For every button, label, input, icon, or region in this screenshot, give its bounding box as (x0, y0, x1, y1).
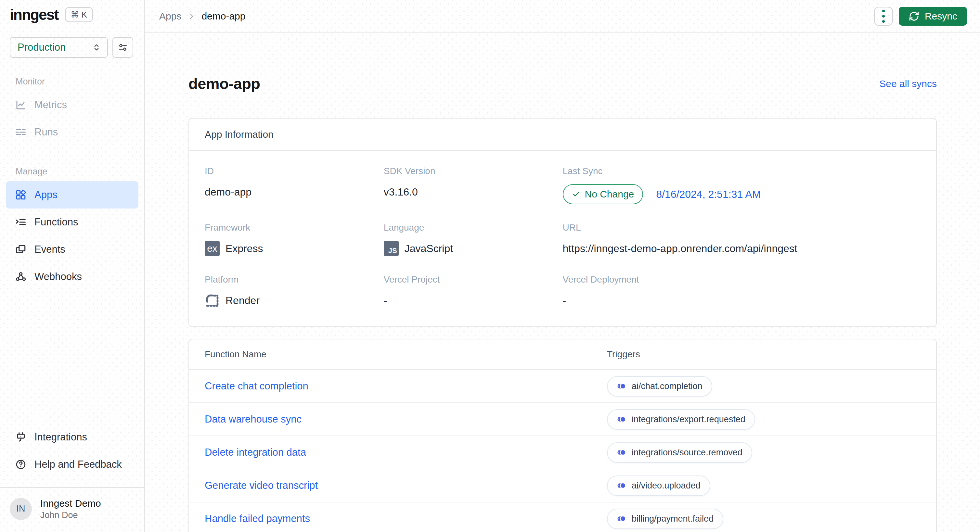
express-icon: ex (205, 241, 220, 256)
field-label: Framework (205, 222, 384, 233)
column-function-name: Function Name (205, 349, 607, 359)
field-value: v3.16.0 (384, 184, 563, 200)
resync-label: Resync (925, 11, 957, 22)
sidebar-item-label: Runs (35, 126, 58, 138)
trigger-badge[interactable]: integrations/export.requested (607, 409, 755, 430)
sidebar-item-functions[interactable]: Functions (6, 208, 138, 236)
sliders-icon (118, 42, 128, 52)
field-label: ID (205, 166, 384, 176)
table-row: Create chat completion ai/chat.completio… (189, 369, 936, 402)
sidebar-section-manage: Manage (16, 167, 144, 177)
field-value: Render (226, 295, 259, 306)
sidebar-spacer (0, 291, 144, 424)
sidebar-footer: Integrations Help and Feedback (0, 424, 144, 487)
logo-row: inngest ⌘ K (0, 0, 144, 22)
page-head: demo-app See all syncs (188, 75, 937, 92)
sidebar-item-metrics[interactable]: Metrics (6, 91, 138, 119)
field-platform: Platform Render (205, 275, 384, 308)
field-url: URL https://inngest-demo-app.onrender.co… (563, 222, 921, 256)
app-information-card: App Information ID demo-app SDK Version … (188, 118, 937, 327)
last-sync-timestamp-link[interactable]: 8/16/2024, 2:51:31 AM (656, 188, 760, 200)
command-k-shortcut[interactable]: ⌘ K (65, 7, 93, 22)
trigger-label: ai/chat.completion (632, 381, 703, 391)
user-name: Inngest Demo (40, 497, 101, 510)
environment-selector[interactable]: Production (10, 37, 108, 58)
sidebar-item-label: Integrations (35, 431, 87, 443)
help-icon (15, 459, 27, 470)
sidebar-item-help[interactable]: Help and Feedback (6, 451, 138, 478)
function-link[interactable]: Data warehouse sync (205, 413, 607, 425)
trigger-badge[interactable]: integrations/source.removed (607, 442, 752, 463)
field-label: Platform (205, 275, 384, 285)
see-all-syncs-link[interactable]: See all syncs (879, 78, 937, 89)
environment-row: Production (0, 22, 144, 58)
sidebar-item-label: Apps (35, 189, 57, 201)
event-trigger-icon (617, 381, 627, 391)
field-label: SDK Version (384, 166, 563, 176)
card-title: App Information (189, 119, 936, 151)
inngest-logo[interactable]: inngest (10, 7, 59, 22)
plug-icon (15, 431, 27, 443)
sidebar-item-webhooks[interactable]: Webhooks (6, 263, 138, 291)
field-value: - (384, 293, 563, 308)
page-title: demo-app (188, 75, 260, 92)
sidebar-nav-monitor: Metrics Runs (0, 91, 144, 146)
field-value: Express (226, 243, 263, 255)
events-icon (15, 244, 27, 255)
more-options-button[interactable] (874, 7, 893, 25)
breadcrumb-apps[interactable]: Apps (159, 11, 181, 22)
environment-settings-button[interactable] (113, 37, 133, 58)
field-last-sync: Last Sync No Change 8/16/2024, 2:51:31 A… (563, 166, 921, 204)
field-vercel-project: Vercel Project - (384, 275, 563, 308)
functions-table-card: Function Name Triggers Create chat compl… (188, 339, 937, 532)
runs-icon (15, 126, 27, 138)
event-trigger-icon (617, 514, 627, 524)
sidebar-item-label: Functions (35, 216, 78, 228)
kebab-dot (882, 15, 885, 17)
avatar: IN (10, 498, 32, 520)
sidebar-item-apps[interactable]: Apps (6, 181, 138, 208)
sidebar: inngest ⌘ K Production Monitor (0, 0, 145, 532)
check-icon (572, 190, 580, 199)
function-link[interactable]: Create chat completion (205, 380, 607, 392)
event-trigger-icon (617, 414, 627, 424)
trigger-label: billing/payment.failed (632, 514, 714, 524)
function-link[interactable]: Delete integration data (205, 446, 607, 458)
field-vercel-deployment: Vercel Deployment - (563, 275, 921, 308)
trigger-label: integrations/source.removed (632, 448, 743, 457)
table-header: Function Name Triggers (189, 340, 936, 369)
functions-icon (15, 216, 27, 228)
field-value: https://inngest-demo-app.onrender.com/ap… (563, 241, 921, 256)
chevron-right-icon (187, 12, 196, 21)
sidebar-item-runs[interactable]: Runs (6, 119, 138, 146)
resync-button[interactable]: Resync (899, 7, 967, 25)
field-sdk-version: SDK Version v3.16.0 (384, 166, 563, 204)
app-information-grid: ID demo-app SDK Version v3.16.0 Last Syn… (189, 151, 936, 326)
table-row: Handle failed payments billing/payment.f… (189, 502, 936, 532)
sidebar-item-label: Metrics (35, 99, 67, 111)
resync-icon (908, 11, 920, 22)
column-triggers: Triggers (607, 349, 921, 359)
field-value: - (563, 293, 921, 308)
trigger-badge[interactable]: ai/chat.completion (607, 376, 712, 397)
no-change-label: No Change (585, 189, 634, 200)
field-label: Last Sync (563, 166, 921, 176)
sidebar-item-events[interactable]: Events (6, 236, 138, 263)
webhooks-icon (15, 271, 27, 283)
no-change-badge: No Change (563, 184, 643, 204)
topbar-actions: Resync (874, 7, 967, 25)
function-link[interactable]: Generate video transcript (205, 480, 607, 491)
app-root: inngest ⌘ K Production Monitor (0, 0, 980, 532)
page-content: demo-app See all syncs App Information I… (145, 33, 980, 532)
table-row: Data warehouse sync integrations/export.… (189, 402, 936, 435)
event-trigger-icon (617, 448, 627, 457)
user-menu[interactable]: IN Inngest Demo John Doe (0, 487, 144, 532)
trigger-badge[interactable]: billing/payment.failed (607, 509, 723, 529)
sidebar-item-integrations[interactable]: Integrations (6, 424, 138, 451)
sidebar-item-label: Help and Feedback (35, 459, 122, 470)
field-label: Language (384, 222, 563, 233)
function-link[interactable]: Handle failed payments (205, 513, 607, 524)
field-id: ID demo-app (205, 166, 384, 204)
trigger-badge[interactable]: ai/video.uploaded (607, 475, 710, 496)
trigger-label: integrations/export.requested (632, 414, 745, 424)
